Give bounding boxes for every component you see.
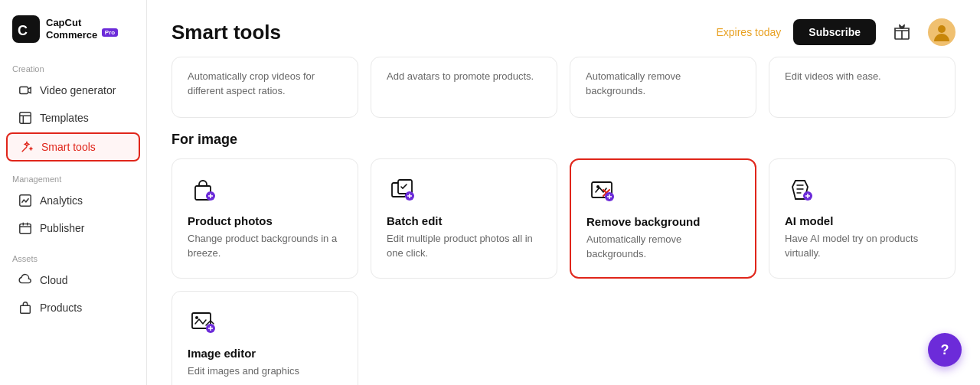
batch-edit-icon	[388, 176, 416, 204]
publisher-label: Publisher	[40, 222, 84, 234]
batch-edit-desc: Edit multiple product photos all in one …	[387, 232, 541, 261]
image-editor-icon-wrap	[188, 307, 218, 338]
batch-edit-icon-wrap	[387, 175, 417, 205]
cloud-icon	[18, 273, 32, 287]
gift-icon	[893, 23, 911, 41]
templates-label: Templates	[40, 112, 89, 124]
management-section-label: Management	[0, 168, 146, 187]
page-title: Smart tools	[172, 21, 281, 44]
top-card-0-desc: Automatically crop videos for different …	[188, 70, 342, 99]
remove-bg-icon-wrap	[586, 175, 617, 206]
products-label: Products	[40, 302, 82, 314]
top-card-1-desc: Add avatars to promote products.	[387, 70, 541, 84]
video-generator-label: Video generator	[40, 84, 116, 96]
ai-model-icon-wrap	[785, 175, 815, 205]
for-image-heading: For image	[172, 132, 956, 148]
calendar-icon	[18, 221, 32, 235]
remove-bg-title: Remove background	[586, 215, 740, 228]
svg-rect-3	[20, 113, 31, 123]
remove-bg-icon	[588, 177, 616, 204]
sidebar-item-analytics[interactable]: Analytics	[6, 188, 140, 214]
ai-model-title: AI model	[785, 214, 939, 227]
card-batch-edit[interactable]: Batch edit Edit multiple product photos …	[371, 158, 557, 279]
card-product-photos[interactable]: Product photos Change product background…	[172, 158, 358, 279]
sidebar-item-smart-tools[interactable]: Smart tools	[6, 132, 140, 162]
svg-rect-5	[20, 224, 31, 234]
svg-text:C: C	[18, 23, 28, 38]
svg-point-19	[195, 316, 198, 319]
expires-text: Expires today	[716, 26, 781, 38]
shopping-bag-icon	[189, 176, 217, 204]
bottom-cards-grid: Image editor Edit images and graphics	[172, 291, 956, 385]
top-card-1[interactable]: Add avatars to promote products.	[371, 57, 557, 118]
gift-button[interactable]	[888, 18, 916, 46]
top-card-3[interactable]: Edit videos with ease.	[769, 57, 956, 118]
support-icon: ?	[941, 342, 949, 358]
product-photos-desc: Change product backgrounds in a breeze.	[188, 232, 342, 261]
avatar[interactable]	[928, 18, 956, 46]
logo-subname: Commerce	[46, 29, 97, 41]
top-card-2[interactable]: Automatically remove backgrounds.	[570, 57, 756, 118]
pro-badge: Pro	[102, 28, 118, 37]
card-ai-model[interactable]: AI model Have AI model try on products v…	[769, 158, 956, 279]
magic-icon	[20, 140, 34, 154]
svg-rect-6	[21, 305, 31, 313]
sidebar-item-cloud[interactable]: Cloud	[6, 267, 140, 293]
product-photos-icon-wrap	[188, 175, 218, 205]
image-editor-icon	[189, 308, 217, 336]
products-icon	[18, 301, 32, 315]
capcut-logo-icon: C	[12, 15, 40, 43]
ai-model-desc: Have AI model try on products virtually.	[785, 232, 939, 261]
main-content: Smart tools Expires today Subscribe Au	[147, 0, 980, 385]
remove-bg-desc: Automatically remove backgrounds.	[586, 233, 740, 262]
sidebar-item-products[interactable]: Products	[6, 295, 140, 321]
page-header: Smart tools Expires today Subscribe	[172, 18, 956, 46]
creation-section-label: Creation	[0, 58, 146, 77]
top-card-0[interactable]: Automatically crop videos for different …	[172, 57, 358, 118]
image-cards-grid: Product photos Change product background…	[172, 158, 956, 279]
ai-model-icon	[786, 176, 814, 204]
card-remove-background[interactable]: Remove background Automatically remove b…	[570, 158, 756, 279]
logo-name: CapCut	[46, 17, 81, 28]
header-right: Expires today Subscribe	[716, 18, 956, 46]
svg-point-15	[596, 185, 599, 188]
logo: C CapCut Commerce Pro	[0, 9, 146, 58]
avatar-icon	[931, 21, 952, 43]
sidebar-item-publisher[interactable]: Publisher	[6, 215, 140, 241]
logo-text-block: CapCut Commerce Pro	[46, 17, 118, 41]
smart-tools-label: Smart tools	[41, 141, 96, 153]
sidebar-item-video-generator[interactable]: Video generator	[6, 77, 140, 103]
analytics-icon	[18, 194, 32, 207]
top-card-2-desc: Automatically remove backgrounds.	[586, 70, 740, 99]
image-editor-title: Image editor	[188, 347, 342, 360]
video-icon	[18, 83, 32, 97]
analytics-label: Analytics	[40, 194, 83, 207]
sidebar: C CapCut Commerce Pro Creation Video gen…	[0, 0, 147, 385]
support-button[interactable]: ?	[928, 333, 962, 367]
cloud-label: Cloud	[40, 274, 68, 286]
top-cards-grid: Automatically crop videos for different …	[172, 57, 956, 118]
product-photos-title: Product photos	[188, 214, 342, 227]
sidebar-item-templates[interactable]: Templates	[6, 105, 140, 131]
svg-rect-2	[20, 87, 28, 94]
batch-edit-title: Batch edit	[387, 214, 541, 227]
svg-point-8	[938, 25, 946, 33]
template-icon	[18, 111, 32, 125]
top-card-3-desc: Edit videos with ease.	[785, 70, 939, 84]
assets-section-label: Assets	[0, 248, 146, 266]
subscribe-button[interactable]: Subscribe	[793, 19, 876, 45]
image-editor-desc: Edit images and graphics	[188, 364, 342, 379]
card-image-editor[interactable]: Image editor Edit images and graphics	[172, 291, 358, 385]
